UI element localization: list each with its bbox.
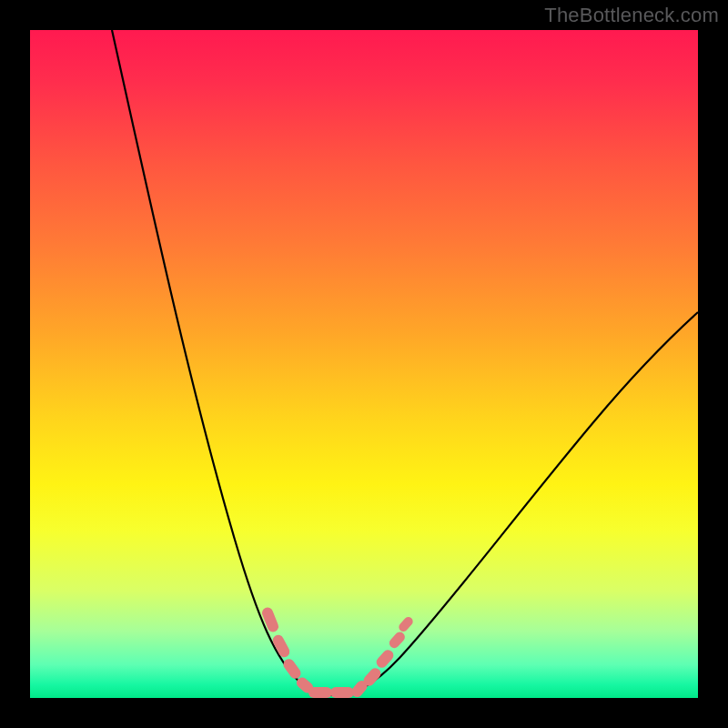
svg-rect-5 <box>330 687 354 698</box>
svg-rect-8 <box>374 648 396 670</box>
left-curve <box>112 30 332 695</box>
plot-area <box>30 30 698 698</box>
marker-group <box>260 606 415 700</box>
svg-rect-4 <box>308 687 332 698</box>
svg-rect-2 <box>281 657 303 681</box>
svg-rect-9 <box>388 630 408 650</box>
right-curve <box>332 312 698 695</box>
watermark-text: TheBottleneck.com <box>544 4 719 27</box>
chart-frame: TheBottleneck.com <box>0 0 728 728</box>
svg-rect-10 <box>397 615 414 633</box>
svg-rect-0 <box>260 606 280 633</box>
curve-overlay <box>30 30 698 698</box>
